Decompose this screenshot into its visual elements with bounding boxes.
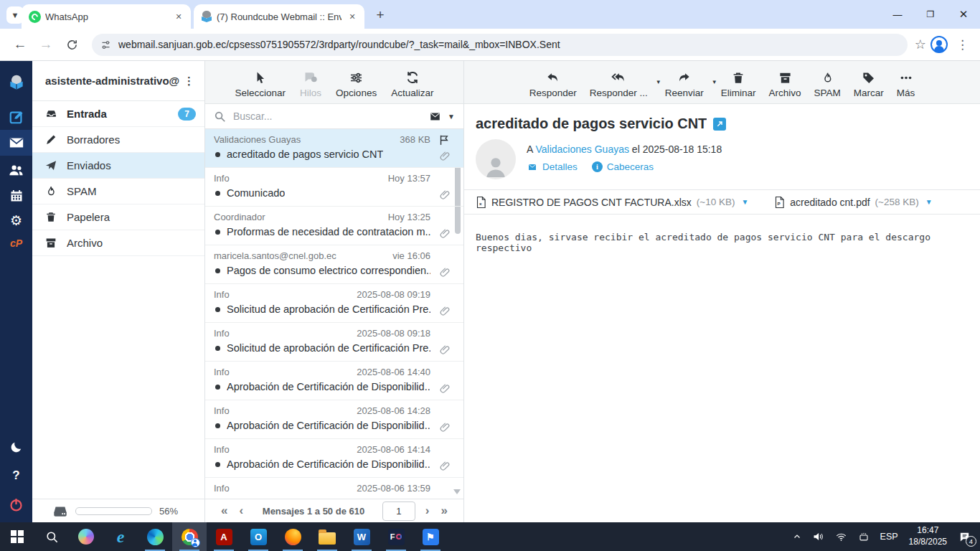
close-button[interactable]: ✕ bbox=[947, 0, 980, 29]
next-page-icon[interactable]: › bbox=[420, 504, 435, 518]
last-page-icon[interactable]: » bbox=[435, 504, 453, 518]
attachment-item-xlsx[interactable]: x REGISTRO DE PAGOS CNT FACTURA.xlsx (~1… bbox=[476, 196, 748, 209]
search-input[interactable] bbox=[232, 110, 423, 123]
page-number-input[interactable] bbox=[382, 501, 415, 521]
first-page-icon[interactable]: « bbox=[215, 504, 233, 518]
back-icon[interactable]: ← bbox=[9, 34, 31, 55]
select-button[interactable]: Seleccionar bbox=[230, 71, 292, 98]
message-list-item[interactable]: CoordinadorHoy 13:25Proformas de necesid… bbox=[205, 207, 463, 245]
folder-item-archivo[interactable]: Archivo bbox=[32, 230, 204, 256]
new-tab-button[interactable]: + bbox=[372, 6, 389, 24]
reply-all-button[interactable]: Responder ... ▼ bbox=[584, 71, 658, 98]
taskbar-app-forticlient[interactable]: F bbox=[379, 522, 413, 551]
account-menu-icon[interactable]: ⋮ bbox=[179, 75, 199, 88]
delete-button[interactable]: Eliminar bbox=[715, 71, 762, 98]
refresh-button[interactable]: Actualizar bbox=[385, 70, 439, 98]
folder-item-entrada[interactable]: Entrada7 bbox=[32, 101, 204, 127]
bookmark-star-icon[interactable]: ☆ bbox=[915, 37, 926, 52]
message-subject: Solicitud de aprobación de Certificación… bbox=[227, 303, 430, 315]
search-scope-mail-icon[interactable] bbox=[428, 111, 442, 122]
message-list-item[interactable]: Info2025-08-08 09:19Solicitud de aprobac… bbox=[205, 284, 463, 323]
reload-icon[interactable] bbox=[61, 34, 83, 55]
taskbar-app-explorer[interactable] bbox=[310, 522, 344, 551]
mark-button[interactable]: Marcar bbox=[848, 71, 890, 98]
folder-item-spam[interactable]: SPAM bbox=[32, 179, 204, 204]
roundcube-logo-icon[interactable] bbox=[0, 70, 32, 95]
cpanel-icon[interactable]: cP bbox=[0, 230, 32, 256]
reply-button[interactable]: Responder bbox=[524, 71, 583, 98]
tab-whatsapp[interactable]: WhatsApp ✕ bbox=[22, 4, 191, 29]
taskbar-app-ie[interactable]: e bbox=[103, 522, 138, 551]
tab-roundcube-active[interactable]: (7) Roundcube Webmail :: Envia ✕ bbox=[194, 4, 364, 29]
tray-chevron-up-icon[interactable] bbox=[793, 532, 801, 541]
folder-item-borradores[interactable]: Borradores bbox=[32, 127, 204, 153]
clock[interactable]: 16:47 18/8/2025 bbox=[909, 525, 947, 547]
message-list-item[interactable]: Info2025-08-06 14:28Aprobación de Certif… bbox=[205, 400, 463, 439]
message-list-item[interactable]: Info2025-08-06 14:14Aprobación de Certif… bbox=[205, 439, 463, 478]
taskbar-app-forms[interactable]: ⚑ bbox=[413, 522, 448, 551]
threads-button[interactable]: Hilos bbox=[294, 70, 327, 98]
open-in-new-window-icon[interactable] bbox=[713, 118, 726, 131]
taskbar-app-chrome[interactable] bbox=[172, 522, 207, 551]
message-list-item[interactable]: InfoHoy 13:57Comunicado bbox=[205, 168, 463, 207]
notification-center-icon[interactable]: 4 bbox=[958, 531, 971, 543]
spam-button[interactable]: SPAM bbox=[809, 71, 847, 98]
options-button[interactable]: Opciones bbox=[330, 71, 382, 98]
minimize-button[interactable]: — bbox=[881, 0, 914, 29]
forward-icon[interactable]: → bbox=[35, 34, 57, 55]
message-sender: Info bbox=[214, 483, 351, 494]
taskbar-app-outlook[interactable]: O bbox=[241, 522, 275, 551]
headers-toggle[interactable]: i Cabeceras bbox=[592, 161, 654, 172]
message-list-item[interactable]: maricela.santos@cnel.gob.ecvie 16:06Pago… bbox=[205, 245, 463, 284]
taskbar-app-edge[interactable] bbox=[138, 522, 172, 551]
taskbar-app-word[interactable]: W bbox=[344, 522, 379, 551]
dark-mode-moon-icon[interactable] bbox=[0, 434, 32, 460]
logout-power-icon[interactable] bbox=[0, 491, 32, 517]
tab-close-icon[interactable]: ✕ bbox=[172, 10, 185, 23]
help-icon[interactable]: ? bbox=[0, 463, 32, 489]
browser-menu-icon[interactable]: ⋮ bbox=[952, 37, 973, 52]
tab-close-icon[interactable]: ✕ bbox=[346, 10, 359, 23]
forward-button[interactable]: Reenviar ▼ bbox=[659, 71, 714, 98]
contacts-icon[interactable] bbox=[0, 157, 32, 183]
folder-item-enviados[interactable]: Enviados bbox=[32, 153, 204, 179]
address-bar[interactable]: webmail.sanjuan.gob.ec/cpsess0751905572/… bbox=[92, 34, 908, 56]
taskbar-app-start[interactable] bbox=[0, 522, 34, 551]
archive-button[interactable]: Archivo bbox=[763, 71, 807, 98]
language-indicator[interactable]: ESP bbox=[880, 532, 898, 542]
profile-avatar-icon[interactable] bbox=[930, 36, 948, 53]
volume-icon[interactable] bbox=[812, 531, 824, 542]
internet-explorer-icon: e bbox=[117, 528, 125, 545]
message-list-item[interactable]: Info2025-08-08 09:18Solicitud de aprobac… bbox=[205, 323, 463, 362]
connect-icon[interactable] bbox=[858, 532, 870, 542]
compose-icon[interactable] bbox=[0, 104, 32, 130]
taskbar-app-acrobat[interactable]: A bbox=[207, 522, 241, 551]
plane-icon bbox=[44, 159, 58, 171]
prev-page-icon[interactable]: ‹ bbox=[233, 504, 249, 518]
details-toggle[interactable]: Detalles bbox=[527, 161, 578, 172]
message-list-item[interactable]: Info2025-08-06 13:59 bbox=[205, 478, 463, 499]
site-info-icon[interactable] bbox=[100, 39, 111, 50]
attachment-menu-caret-icon[interactable]: ▼ bbox=[925, 198, 933, 206]
reply-all-icon bbox=[610, 71, 627, 85]
message-list-item[interactable]: Validaciones Guayas368 KBacreditado de p… bbox=[205, 129, 463, 168]
more-button[interactable]: Más bbox=[891, 71, 921, 98]
attachment-menu-caret-icon[interactable]: ▼ bbox=[741, 198, 748, 206]
taskbar-app-firefox[interactable] bbox=[275, 522, 310, 551]
flag-icon[interactable] bbox=[438, 134, 451, 146]
settings-gear-icon[interactable]: ⚙ bbox=[0, 207, 32, 233]
message-list-item[interactable]: Info2025-08-06 14:40Aprobación de Certif… bbox=[205, 362, 463, 400]
message-subject: Aprobación de Certificación de Disponibi… bbox=[227, 458, 430, 470]
taskbar-app-copilot[interactable] bbox=[69, 522, 103, 551]
mail-module-icon[interactable] bbox=[0, 130, 32, 156]
wifi-icon[interactable] bbox=[835, 532, 847, 542]
search-options-chevron-icon[interactable]: ▼ bbox=[448, 113, 455, 121]
sender-link[interactable]: Validaciones Guayas bbox=[535, 143, 628, 155]
taskbar-app-search[interactable] bbox=[34, 522, 69, 551]
unread-badge: 7 bbox=[178, 108, 196, 121]
maximize-button[interactable]: ❐ bbox=[914, 0, 947, 29]
calendar-icon[interactable] bbox=[0, 183, 32, 209]
url-text: webmail.sanjuan.gob.ec/cpsess0751905572/… bbox=[118, 39, 560, 50]
folder-item-papelera[interactable]: Papelera bbox=[32, 204, 204, 230]
attachment-item-pdf[interactable]: P acreditado cnt.pdf (~258 KB) ▼ bbox=[774, 196, 932, 209]
